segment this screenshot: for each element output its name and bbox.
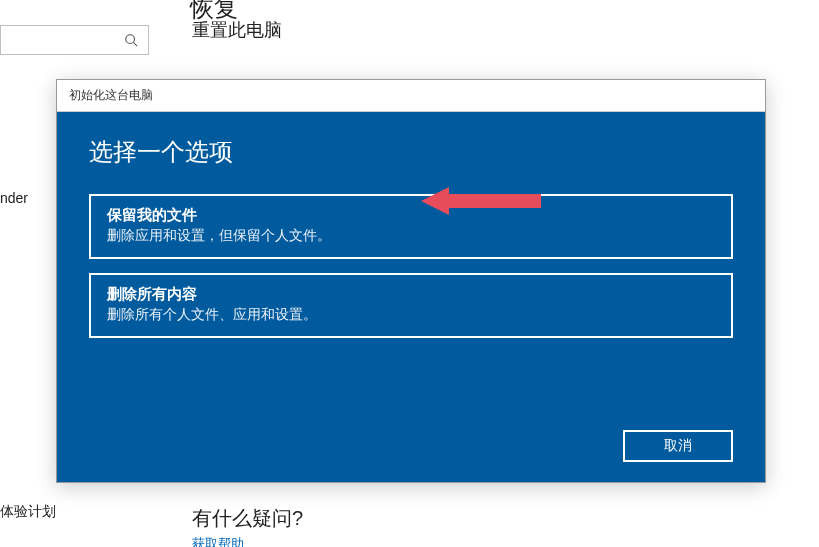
dialog-title-text: 初始化这台电脑 xyxy=(69,87,153,104)
svg-line-1 xyxy=(134,43,138,47)
option-desc: 删除应用和设置，但保留个人文件。 xyxy=(107,227,715,245)
option-title: 删除所有内容 xyxy=(107,285,715,304)
option-keep-files[interactable]: 保留我的文件 删除应用和设置，但保留个人文件。 xyxy=(89,194,733,259)
reset-pc-dialog: 初始化这台电脑 选择一个选项 保留我的文件 删除应用和设置，但保留个人文件。 删… xyxy=(56,79,766,483)
search-input[interactable] xyxy=(0,25,149,55)
option-desc: 删除所有个人文件、应用和设置。 xyxy=(107,306,715,324)
search-icon xyxy=(124,33,138,47)
help-question-heading: 有什么疑问? xyxy=(192,505,303,532)
option-title: 保留我的文件 xyxy=(107,206,715,225)
dialog-titlebar: 初始化这台电脑 xyxy=(57,80,765,112)
sidebar-item-insider[interactable]: 体验计划 xyxy=(0,503,56,521)
dialog-heading: 选择一个选项 xyxy=(89,136,733,168)
option-remove-everything[interactable]: 删除所有内容 删除所有个人文件、应用和设置。 xyxy=(89,273,733,338)
reset-pc-heading: 重置此电脑 xyxy=(192,18,282,42)
cancel-button[interactable]: 取消 xyxy=(623,430,733,462)
sidebar-item-fragment: nder xyxy=(0,190,28,206)
svg-point-0 xyxy=(126,35,135,44)
dialog-body: 选择一个选项 保留我的文件 删除应用和设置，但保留个人文件。 删除所有内容 删除… xyxy=(57,112,765,482)
get-help-link[interactable]: 获取帮助 xyxy=(192,535,244,547)
